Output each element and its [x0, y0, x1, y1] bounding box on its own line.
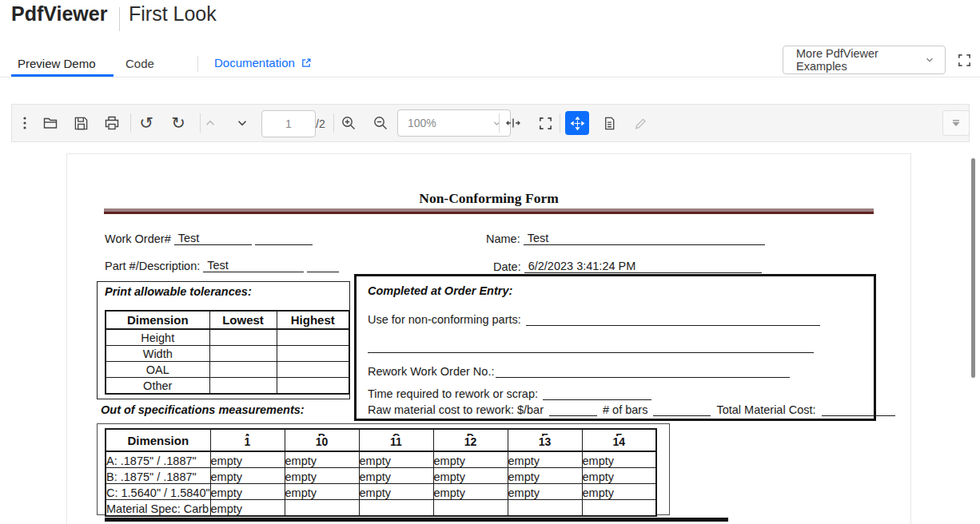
measurement-cell[interactable] [359, 500, 433, 517]
part-description-field[interactable]: Test [203, 259, 304, 272]
external-link-icon [301, 58, 312, 69]
measurement-cell[interactable]: empty [285, 468, 359, 484]
tab-code[interactable]: Code [125, 57, 154, 70]
total-cost-field-line[interactable] [822, 403, 895, 416]
zoom-level-select[interactable]: 100% [397, 109, 511, 137]
measurement-cell[interactable]: empty [508, 451, 582, 468]
work-order-field-extra-line[interactable] [255, 232, 313, 245]
tolerance-cell[interactable] [277, 362, 349, 378]
annotation-pen-icon[interactable] [631, 114, 649, 132]
print-icon[interactable] [103, 114, 121, 132]
part-description-extra-line[interactable] [307, 260, 339, 272]
tolerance-cell[interactable] [209, 346, 277, 362]
measurements-col-header: F 14 [582, 429, 656, 451]
num-bars-label: # of bars [603, 403, 647, 416]
measurements-col-dimension: Dimension [106, 429, 210, 451]
table-row: C: 1.5640" / 1.5840" empty empty empty e… [106, 484, 656, 500]
measurement-cell[interactable]: empty [508, 468, 582, 484]
open-file-icon[interactable] [42, 114, 59, 132]
tolerance-cell[interactable] [209, 329, 277, 346]
more-examples-label: More PdfViewer Examples [796, 47, 924, 73]
use-for-field-line-2[interactable] [368, 340, 814, 353]
measurement-cell[interactable]: empty [508, 484, 582, 500]
page-scrollbar-thumb[interactable] [971, 158, 975, 378]
tolerance-cell[interactable] [277, 378, 349, 395]
raw-cost-label: Raw material cost to rework: $/bar [368, 403, 544, 416]
measurement-cell[interactable]: empty [210, 500, 285, 517]
redo-icon[interactable]: ↻ [169, 114, 187, 132]
measurement-cell[interactable] [582, 500, 656, 517]
measurement-cell[interactable]: empty [582, 468, 656, 484]
measurement-cell[interactable]: empty [433, 484, 508, 500]
use-for-field-line[interactable] [526, 313, 820, 326]
measurement-cell[interactable]: empty [433, 468, 508, 484]
measurement-cell[interactable] [508, 500, 582, 517]
measurements-col-header: C 11 [359, 429, 433, 451]
tolerance-cell[interactable] [277, 346, 349, 362]
part-description-label: Part #/Description: [105, 260, 200, 272]
more-examples-dropdown[interactable]: More PdfViewer Examples [783, 46, 946, 74]
total-cost-label: Total Material Cost: [716, 403, 815, 416]
kebab-menu-icon[interactable] [16, 114, 34, 132]
measurement-cell[interactable]: empty [359, 468, 433, 484]
measurement-cell[interactable]: empty [359, 451, 433, 468]
tolerance-cell[interactable] [277, 329, 349, 346]
measurement-cell[interactable]: empty [433, 451, 508, 468]
measurement-cell[interactable]: empty [582, 451, 656, 468]
save-icon[interactable] [72, 114, 90, 132]
date-row: Date: 6/2/2023 3:41:24 PM [493, 259, 762, 273]
tolerance-row-label: Width [106, 346, 209, 362]
fullscreen-icon[interactable] [957, 53, 972, 68]
use-for-label: Use for non-conforming parts: [368, 313, 521, 326]
toolbar-divider [560, 113, 560, 133]
measurement-cell[interactable]: empty [210, 451, 285, 468]
chevron-down-icon [924, 54, 935, 66]
time-required-field-line[interactable] [543, 387, 651, 400]
zoom-out-icon[interactable] [372, 114, 389, 132]
chevron-down-icon [492, 118, 502, 129]
column-number: 13 [508, 436, 582, 448]
column-number: 11 [360, 436, 433, 448]
use-for-row: Use for non-conforming parts: [368, 312, 820, 326]
measurement-cell[interactable]: empty [210, 468, 285, 484]
fit-page-icon[interactable] [536, 114, 554, 132]
name-field[interactable]: Test [524, 232, 765, 245]
raw-cost-field-line[interactable] [549, 403, 597, 416]
measurement-cell[interactable]: empty [285, 484, 359, 500]
name-row: Name: Test [486, 231, 765, 245]
documentation-link[interactable]: Documentation [214, 56, 312, 69]
fit-width-icon[interactable] [504, 114, 522, 132]
measurement-cell[interactable]: empty [582, 484, 656, 500]
next-page-icon[interactable] [233, 114, 251, 132]
tolerance-row-label: OAL [106, 362, 209, 378]
work-order-label: Work Order# [105, 232, 171, 245]
measurement-cell[interactable] [285, 500, 359, 517]
tolerance-cell[interactable] [209, 362, 277, 378]
measurement-cell[interactable] [433, 500, 508, 517]
num-bars-field-line[interactable] [653, 403, 711, 416]
date-field[interactable]: 6/2/2023 3:41:24 PM [524, 260, 762, 273]
undo-icon[interactable]: ↺ [137, 114, 155, 132]
name-label: Name: [486, 232, 520, 245]
tab-preview-demo[interactable]: Preview Demo [18, 57, 96, 70]
previous-page-icon[interactable] [201, 114, 219, 132]
zoom-in-icon[interactable] [340, 114, 357, 132]
rework-order-field-line[interactable] [496, 365, 790, 378]
work-order-field[interactable]: Test [174, 232, 252, 245]
measurement-cell[interactable]: empty [359, 484, 433, 500]
page-number-input[interactable] [261, 110, 316, 137]
column-number: 14 [583, 436, 656, 448]
measurement-cell[interactable]: empty [285, 451, 359, 468]
time-required-row: Time required to rework or scrap: [368, 386, 651, 400]
part-row: Part #/Description: Test [105, 258, 339, 272]
toolbar-divider [333, 113, 334, 133]
tolerance-cell[interactable] [209, 378, 277, 395]
title-rule-dark [104, 212, 874, 214]
measurement-cell[interactable]: empty [210, 484, 285, 500]
toolbar-divider [200, 113, 201, 133]
toolbar-expand-button[interactable] [942, 110, 970, 136]
pan-tool-button[interactable] [565, 111, 589, 135]
measurements-table: Dimension A 1 B 10 C 11 D 12 E 13 F [105, 428, 657, 517]
text-selection-icon[interactable] [600, 114, 618, 132]
table-header-row: Dimension A 1 B 10 C 11 D 12 E 13 F [106, 429, 656, 451]
